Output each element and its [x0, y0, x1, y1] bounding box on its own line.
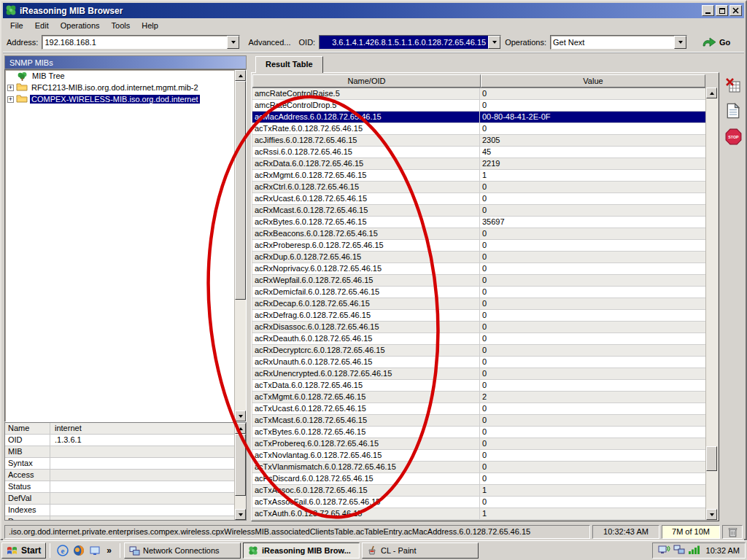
scroll-up-icon[interactable] — [235, 70, 246, 81]
menu-edit[interactable]: Edit — [29, 20, 55, 31]
table-row[interactable]: acRxDup.6.0.128.72.65.46.150 — [252, 252, 705, 263]
operations-combobox[interactable]: Get Next — [550, 35, 687, 50]
expand-icon[interactable]: + — [7, 96, 14, 103]
minimize-button[interactable] — [702, 5, 714, 16]
scroll-up-icon[interactable] — [706, 88, 717, 98]
scroll-down-icon[interactable] — [235, 411, 246, 421]
tree-item[interactable]: +COMPEX-WIRELESS-MIB.iso.org.dod.interne… — [5, 93, 246, 105]
menu-help[interactable]: Help — [136, 20, 164, 31]
table-row[interactable]: acRxMcast.6.0.128.72.65.46.150 — [252, 205, 705, 217]
maximize-button[interactable] — [716, 5, 728, 16]
stop-icon[interactable]: STOP — [724, 128, 742, 145]
table-row[interactable]: acRxData.6.0.128.72.65.46.152219 — [252, 158, 705, 170]
property-row[interactable]: Access — [5, 470, 246, 481]
table-row[interactable]: acRxDemicfail.6.0.128.72.65.46.150 — [252, 287, 705, 298]
property-row[interactable]: Indexes — [5, 505, 246, 516]
tree-scrollbar[interactable] — [234, 70, 246, 421]
column-header-name-oid[interactable]: Name/OID — [252, 74, 481, 88]
new-document-icon[interactable] — [724, 102, 742, 120]
address-combobox[interactable]: 192.168.168.1 — [42, 35, 240, 50]
menu-tools[interactable]: Tools — [106, 20, 136, 31]
table-row[interactable]: acJiffies.6.0.128.72.65.46.152305 — [252, 135, 705, 147]
oid-combobox[interactable]: 3.6.1.4.1.426.8.1.5.1.1.6.0.128.72.65.46… — [319, 35, 501, 50]
table-row[interactable]: acTxNovlantag.6.0.128.72.65.46.150 — [252, 450, 705, 462]
table-row[interactable]: acRxDeauth.6.0.128.72.65.46.150 — [252, 333, 705, 345]
table-row[interactable]: acTxVlanmismatch.6.0.128.72.65.46.150 — [252, 462, 705, 473]
advanced-button[interactable]: Advanced... — [244, 38, 295, 47]
table-row[interactable]: acRxWepfail.6.0.128.72.65.46.150 — [252, 275, 705, 287]
tab-result-table[interactable]: Result Table — [255, 56, 323, 73]
property-row[interactable]: Descr — [5, 516, 246, 521]
go-button[interactable]: Go — [701, 36, 730, 49]
property-row[interactable]: DefVal — [5, 493, 246, 505]
table-row[interactable]: amcRateControlRaise.50 — [252, 88, 705, 100]
wireless-monitor-icon[interactable] — [658, 545, 670, 556]
table-row[interactable]: acTxBytes.6.0.128.72.65.46.150 — [252, 427, 705, 438]
table-row[interactable]: acRssi.6.0.128.72.65.46.1545 — [252, 147, 705, 158]
table-row[interactable]: acRxBeacons.6.0.128.72.65.46.150 — [252, 228, 705, 240]
start-button[interactable]: Start — [1, 542, 46, 559]
taskbar-button[interactable]: CL - Paint — [362, 542, 479, 559]
table-row[interactable]: acTxAssocFail.6.0.128.72.65.46.150 — [252, 497, 705, 508]
tree-item[interactable]: MIB Tree — [5, 70, 246, 82]
table-row[interactable]: acRxProberesp.6.0.128.72.65.46.150 — [252, 240, 705, 252]
scroll-up-icon[interactable] — [235, 423, 246, 434]
property-row[interactable]: OID.1.3.6.1 — [5, 435, 246, 446]
table-row[interactable]: acRxNoprivacy.6.0.128.72.65.46.150 — [252, 263, 705, 275]
property-row[interactable]: MIB — [5, 446, 246, 458]
table-row[interactable]: acTxRate.6.0.128.72.65.46.150 — [252, 123, 705, 135]
table-row[interactable]: acMacAddress.6.0.128.72.65.46.1500-80-48… — [252, 112, 705, 123]
table-row[interactable]: acRxMgmt.6.0.128.72.65.46.151 — [252, 170, 705, 182]
chevron-more-icon[interactable]: » — [104, 545, 114, 556]
table-row[interactable]: acTxMgmt.6.0.128.72.65.46.152 — [252, 392, 705, 403]
internet-explorer-icon[interactable]: e — [56, 545, 69, 557]
table-row[interactable]: acRxUnauth.6.0.128.72.65.46.150 — [252, 357, 705, 368]
show-desktop-icon[interactable] — [88, 545, 101, 557]
table-row[interactable]: acRxDisassoc.6.0.128.72.65.46.150 — [252, 322, 705, 333]
expand-icon[interactable]: + — [7, 85, 14, 91]
table-row[interactable]: acRxBytes.6.0.128.72.65.46.1535697 — [252, 217, 705, 228]
table-row[interactable]: acTxProbereq.6.0.128.72.65.46.150 — [252, 438, 705, 450]
oid-dropdown-icon[interactable] — [488, 36, 500, 49]
garbage-collect-button[interactable] — [722, 525, 743, 539]
scroll-down-icon[interactable] — [706, 509, 717, 520]
table-scrollbar[interactable] — [705, 88, 718, 520]
table-row[interactable]: acTxData.6.0.128.72.65.46.150 — [252, 380, 705, 392]
table-row[interactable]: acTxMcast.6.0.128.72.65.46.150 — [252, 415, 705, 427]
menu-file[interactable]: File — [4, 20, 29, 31]
property-row[interactable]: Syntax — [5, 458, 246, 470]
memory-usage[interactable]: 7M of 10M — [662, 525, 720, 539]
network-connection-icon[interactable] — [673, 545, 685, 556]
table-row[interactable]: acRxUnencrypted.6.0.128.72.65.46.150 — [252, 368, 705, 380]
scroll-thumb[interactable] — [235, 81, 246, 300]
close-button[interactable] — [729, 5, 742, 16]
tree-item[interactable]: +RFC1213-MIB.iso.org.dod.internet.mgmt.m… — [5, 82, 246, 93]
title-bar[interactable]: iReasoning MIB Browser — [3, 3, 744, 18]
column-header-value[interactable]: Value — [481, 74, 705, 88]
signal-strength-icon[interactable] — [688, 545, 701, 556]
clear-table-icon[interactable] — [724, 77, 742, 94]
table-row[interactable]: amcRateControlDrop.50 — [252, 100, 705, 112]
table-row[interactable]: acPsDiscard.6.0.128.72.65.46.150 — [252, 473, 705, 485]
scroll-thumb[interactable] — [235, 434, 246, 496]
table-row[interactable]: acTxAssoc.6.0.128.72.65.46.151 — [252, 485, 705, 497]
table-row[interactable]: acRxDecap.6.0.128.72.65.46.150 — [252, 298, 705, 310]
cell-value: 1 — [480, 508, 705, 519]
properties-scrollbar[interactable] — [234, 423, 246, 520]
property-row[interactable]: Status — [5, 481, 246, 493]
table-row[interactable]: acRxDecryptcrc.6.0.128.72.65.46.150 — [252, 345, 705, 357]
firefox-icon[interactable] — [72, 545, 85, 557]
property-row[interactable]: Nameinternet — [5, 423, 246, 435]
scroll-thumb[interactable] — [706, 446, 717, 471]
taskbar-button[interactable]: iReasoning MIB Brow... — [243, 542, 360, 559]
table-row[interactable]: acTxUcast.6.0.128.72.65.46.150 — [252, 403, 705, 415]
menu-operations[interactable]: Operations — [55, 20, 106, 31]
operations-dropdown-icon[interactable] — [674, 36, 686, 49]
taskbar-button[interactable]: Network Connections — [124, 542, 241, 559]
scroll-down-icon[interactable] — [235, 509, 246, 520]
table-row[interactable]: acRxUcast.6.0.128.72.65.46.150 — [252, 193, 705, 205]
address-dropdown-icon[interactable] — [227, 36, 239, 49]
table-row[interactable]: acRxCtrl.6.0.128.72.65.46.150 — [252, 182, 705, 193]
table-row[interactable]: acTxAuth.6.0.128.72.65.46.151 — [252, 508, 705, 520]
table-row[interactable]: acRxDefrag.6.0.128.72.65.46.150 — [252, 310, 705, 322]
